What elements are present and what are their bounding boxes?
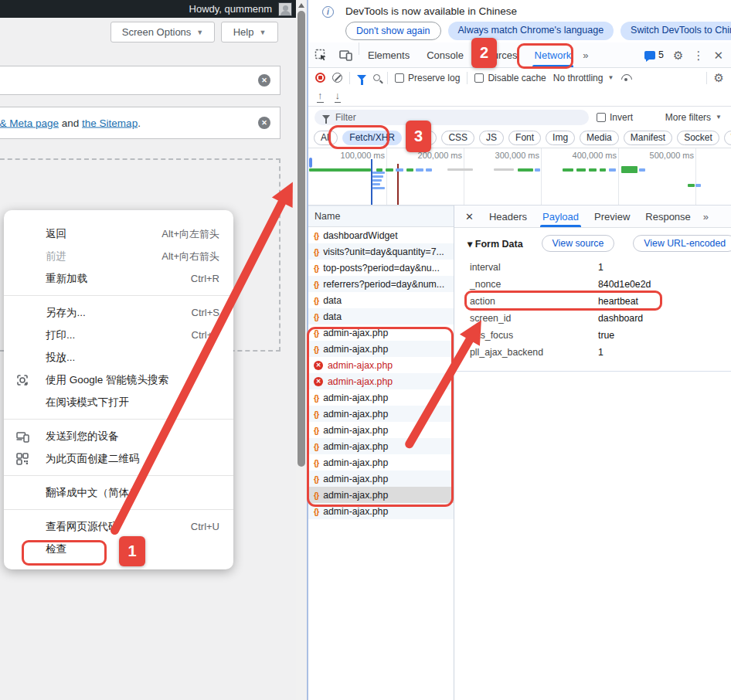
- request-type-chip[interactable]: Img: [546, 131, 575, 145]
- network-overview-timeline[interactable]: 100,000 ms200,000 ms300,000 ms400,000 ms…: [308, 148, 731, 206]
- more-filters-dropdown[interactable]: More filters ▼: [665, 112, 725, 123]
- context-menu-item[interactable]: 检查: [4, 538, 233, 560]
- request-row[interactable]: {} ✕ admin-ajax.php: [308, 454, 454, 471]
- context-menu-item[interactable]: [4, 419, 233, 420]
- form-data-toggle[interactable]: ▾ Form Data: [468, 238, 523, 250]
- name-column-header[interactable]: Name: [308, 206, 454, 227]
- request-type-chip[interactable]: Media: [580, 131, 619, 145]
- context-menu-item[interactable]: [4, 475, 233, 476]
- issues-counter[interactable]: 5: [644, 49, 664, 60]
- request-row[interactable]: {} ✕ admin-ajax.php: [308, 373, 454, 389]
- invert-checkbox[interactable]: Invert: [597, 112, 633, 123]
- howdy-greeting[interactable]: Howdy, qummenm: [189, 3, 272, 15]
- request-row[interactable]: {} ✕ admin-ajax.php: [308, 357, 454, 373]
- user-avatar[interactable]: [278, 2, 292, 16]
- request-row[interactable]: {} ✕ admin-ajax.php: [308, 422, 454, 438]
- devtools-tab[interactable]: Elements: [359, 42, 418, 67]
- request-row[interactable]: {} ✕ admin-ajax.php: [308, 503, 454, 519]
- scrollbar-thumb[interactable]: [298, 11, 305, 467]
- context-menu-item[interactable]: 另存为... Ctrl+S: [4, 301, 233, 324]
- request-type-chip[interactable]: Wasm: [724, 131, 731, 145]
- context-menu-item[interactable]: 返回 Alt+向左箭头: [4, 223, 233, 245]
- inspect-element-icon[interactable]: [308, 42, 333, 67]
- request-row[interactable]: {} ✕ visits?unit=day&quantity=7...: [308, 243, 454, 260]
- more-detail-tabs-icon[interactable]: »: [699, 206, 713, 227]
- request-name: admin-ajax.php: [323, 474, 388, 484]
- request-row[interactable]: {} ✕ data: [308, 292, 454, 308]
- overview-handle[interactable]: [309, 158, 312, 168]
- context-menu-item[interactable]: [4, 509, 233, 510]
- banner-button[interactable]: Switch DevTools to Chinese: [620, 22, 731, 40]
- sitemap-link[interactable]: the Sitemap: [82, 117, 138, 129]
- search-icon[interactable]: [373, 74, 380, 81]
- request-row[interactable]: {} ✕ dashboardWidget: [308, 227, 454, 243]
- context-menu-item[interactable]: [4, 295, 233, 296]
- context-menu-item[interactable]: 重新加载 Ctrl+R: [4, 267, 233, 290]
- more-tabs-icon[interactable]: »: [580, 42, 591, 67]
- network-conditions-icon[interactable]: [620, 73, 633, 83]
- request-row[interactable]: {} ✕ admin-ajax.php: [308, 389, 454, 406]
- requests-column: Name {} ✕ dashboardWidget {} ✕ visits?un…: [308, 206, 454, 700]
- import-har-icon[interactable]: ↑: [317, 90, 324, 102]
- waterfall-bar: [396, 168, 403, 172]
- request-type-chip[interactable]: Socket: [677, 131, 719, 145]
- filter-funnel-icon[interactable]: [357, 75, 366, 80]
- detail-tab[interactable]: Payload: [535, 206, 586, 227]
- context-menu-item[interactable]: 前进 Alt+向右箭头: [4, 245, 233, 267]
- request-row[interactable]: {} ✕ referrers?period=day&num...: [308, 276, 454, 292]
- request-row[interactable]: {} ✕ top-posts?period=day&nu...: [308, 260, 454, 276]
- context-menu-item[interactable]: 为此页面创建二维码: [4, 447, 233, 470]
- detail-tab[interactable]: Headers: [481, 206, 535, 227]
- dismiss-notice-icon[interactable]: ✕: [258, 74, 270, 87]
- context-menu-item[interactable]: 翻译成中文（简体）: [4, 481, 233, 504]
- export-har-icon[interactable]: ↓: [335, 90, 342, 102]
- request-type-chip[interactable]: Manifest: [624, 131, 672, 145]
- clear-network-log-icon[interactable]: [332, 73, 342, 83]
- preserve-log-checkbox[interactable]: Preserve log: [395, 73, 460, 83]
- throttling-dropdown[interactable]: No throttling ▼: [553, 73, 614, 83]
- devtools-tab[interactable]: Sources: [472, 42, 526, 67]
- request-row[interactable]: {} ✕ admin-ajax.php: [308, 325, 454, 341]
- scrollbar-up-arrow-icon[interactable]: [298, 3, 304, 8]
- request-type-chip[interactable]: JS: [479, 131, 504, 145]
- meta-page-link[interactable]: s & Meta page: [0, 117, 59, 129]
- context-menu-item[interactable]: 在阅读模式下打开: [4, 391, 233, 413]
- dismiss-notice-icon[interactable]: ✕: [258, 117, 270, 129]
- banner-button[interactable]: Always match Chrome's language: [448, 22, 614, 40]
- view-url-encoded-button[interactable]: View URL-encoded: [633, 235, 731, 252]
- kebab-menu-icon[interactable]: ⋮: [692, 49, 704, 61]
- disable-cache-checkbox[interactable]: Disable cache: [474, 73, 546, 83]
- banner-button[interactable]: Don't show again: [345, 22, 441, 40]
- detail-tab[interactable]: Preview: [586, 206, 638, 227]
- device-toolbar-icon[interactable]: [333, 42, 359, 67]
- request-row[interactable]: {} ✕ admin-ajax.php: [308, 341, 454, 357]
- request-row[interactable]: {} ✕ admin-ajax.php: [308, 438, 454, 454]
- record-network-log-icon[interactable]: [315, 73, 325, 83]
- context-menu-item[interactable]: 投放...: [4, 346, 233, 369]
- context-menu-item[interactable]: 使用 Google 智能镜头搜索: [4, 369, 233, 391]
- filter-input[interactable]: Filter: [314, 110, 589, 125]
- request-type-chip[interactable]: Doc: [406, 131, 437, 145]
- close-devtools-icon[interactable]: ✕: [713, 49, 723, 61]
- request-type-chip[interactable]: Font: [508, 131, 541, 145]
- devtools-tab[interactable]: Network: [526, 42, 580, 67]
- context-menu-item[interactable]: 打印... Ctrl+P: [4, 324, 233, 346]
- request-row[interactable]: {} ✕ admin-ajax.php: [308, 487, 454, 503]
- detail-tab[interactable]: Response: [638, 206, 699, 227]
- request-name: admin-ajax.php: [328, 376, 393, 387]
- close-detail-icon[interactable]: ✕: [454, 206, 481, 227]
- request-row[interactable]: {} ✕ data: [308, 308, 454, 325]
- request-type-chip[interactable]: Fetch/XHR: [342, 131, 402, 145]
- screen-options-button[interactable]: Screen Options ▼: [110, 22, 215, 42]
- request-row[interactable]: {} ✕ admin-ajax.php: [308, 406, 454, 422]
- context-menu-item[interactable]: 查看网页源代码 Ctrl+U: [4, 515, 233, 538]
- view-source-button[interactable]: View source: [542, 235, 615, 252]
- network-settings-gear-icon[interactable]: ⚙: [714, 72, 724, 83]
- context-menu-item[interactable]: 发送到您的设备: [4, 425, 233, 447]
- request-type-chip[interactable]: CSS: [441, 131, 474, 145]
- request-type-chip[interactable]: All: [314, 131, 338, 145]
- help-button[interactable]: Help ▼: [221, 22, 278, 42]
- settings-gear-icon[interactable]: ⚙: [673, 49, 683, 61]
- devtools-tab[interactable]: Console: [418, 42, 472, 67]
- request-row[interactable]: {} ✕ admin-ajax.php: [308, 471, 454, 487]
